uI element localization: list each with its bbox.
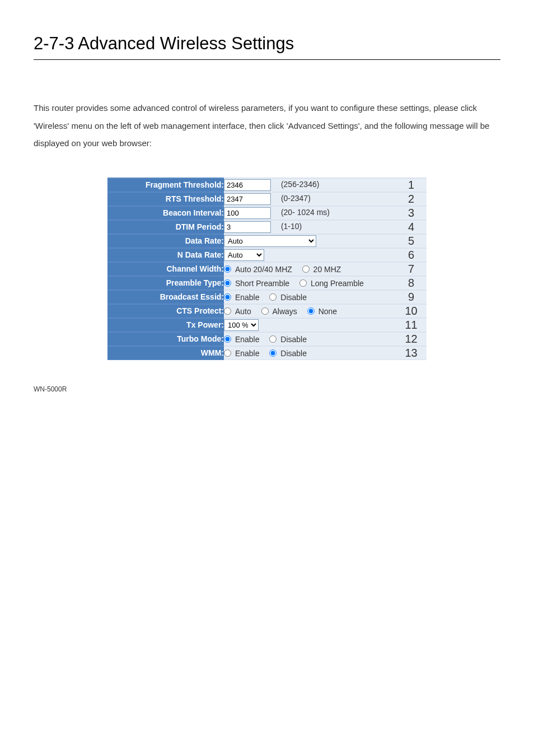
wmm-enable-radio[interactable]	[224, 349, 231, 357]
broadcast-essid-enable-label: Enable	[235, 293, 260, 302]
beacon-interval-input[interactable]	[224, 207, 271, 219]
annotation-number: 6	[396, 248, 427, 262]
annotation-number: 13	[396, 346, 427, 360]
annotation-number: 1	[396, 178, 427, 192]
annotation-number: 11	[396, 318, 427, 332]
cts-none-label: None	[318, 307, 337, 316]
label-data-rate: Data Rate:	[107, 234, 224, 248]
label-cts-protect: CTS Protect:	[107, 304, 224, 318]
broadcast-essid-enable-radio[interactable]	[224, 293, 231, 301]
label-dtim-period: DTIM Period:	[107, 220, 224, 234]
annotation-number: 4	[396, 220, 427, 234]
dtim-period-hint: (1-10)	[281, 222, 302, 231]
turbo-disable-radio[interactable]	[269, 335, 277, 343]
preamble-long-radio[interactable]	[299, 279, 307, 287]
row-n-data-rate: N Data Rate: Auto 6	[107, 248, 427, 262]
row-broadcast-essid: Broadcast Essid: Enable Disable 9	[107, 290, 427, 304]
wmm-disable-radio[interactable]	[269, 349, 277, 357]
label-preamble-type: Preamble Type:	[107, 276, 224, 290]
row-wmm: WMM: Enable Disable 13	[107, 346, 427, 360]
label-turbo-mode: Turbo Mode:	[107, 332, 224, 346]
row-cts-protect: CTS Protect: Auto Always None 10	[107, 304, 427, 318]
rts-threshold-input[interactable]	[224, 193, 271, 205]
fragment-threshold-hint: (256-2346)	[281, 180, 320, 189]
label-beacon-interval: Beacon Interval:	[107, 206, 224, 220]
annotation-number: 7	[396, 262, 427, 276]
channel-width-20-radio[interactable]	[302, 265, 310, 273]
row-channel-width: Channel Width: Auto 20/40 MHZ 20 MHZ 7	[107, 262, 427, 276]
cts-always-radio[interactable]	[261, 307, 269, 315]
fragment-threshold-input[interactable]	[224, 179, 271, 191]
annotation-number: 2	[396, 192, 427, 206]
rts-threshold-hint: (0-2347)	[281, 194, 311, 203]
annotation-number: 5	[396, 234, 427, 248]
broadcast-essid-disable-label: Disable	[280, 293, 307, 302]
row-tx-power: Tx Power: 100 % 11	[107, 318, 427, 332]
annotation-number: 9	[396, 290, 427, 304]
preamble-long-label: Long Preamble	[311, 279, 364, 288]
row-fragment-threshold: Fragment Threshold: (256-2346) 1	[107, 178, 427, 192]
label-wmm: WMM:	[107, 346, 224, 360]
label-fragment-threshold: Fragment Threshold:	[107, 178, 224, 192]
n-data-rate-select[interactable]: Auto	[224, 249, 264, 261]
label-channel-width: Channel Width:	[107, 262, 224, 276]
annotation-number: 12	[396, 332, 427, 346]
row-turbo-mode: Turbo Mode: Enable Disable 12	[107, 332, 427, 346]
row-data-rate: Data Rate: Auto 5	[107, 234, 427, 248]
cts-none-radio[interactable]	[307, 307, 315, 315]
row-beacon-interval: Beacon Interval: (20- 1024 ms) 3	[107, 206, 427, 220]
turbo-enable-radio[interactable]	[224, 335, 231, 343]
annotation-number: 10	[396, 304, 427, 318]
label-rts-threshold: RTS Threshold:	[107, 192, 224, 206]
data-rate-select[interactable]: Auto	[224, 235, 316, 247]
wmm-disable-label: Disable	[280, 349, 307, 358]
label-n-data-rate: N Data Rate:	[107, 248, 224, 262]
cts-always-label: Always	[272, 307, 297, 316]
section-title: 2-7-3 Advanced Wireless Settings	[34, 34, 500, 54]
cts-auto-radio[interactable]	[224, 307, 231, 315]
intro-text: This router provides some advanced contr…	[34, 99, 500, 152]
footer-model: WN-5000R	[34, 385, 500, 393]
label-tx-power: Tx Power:	[107, 318, 224, 332]
preamble-short-radio[interactable]	[224, 279, 231, 287]
channel-width-auto-label: Auto 20/40 MHZ	[235, 265, 292, 274]
annotation-number: 3	[396, 206, 427, 220]
turbo-enable-label: Enable	[235, 335, 260, 344]
turbo-disable-label: Disable	[280, 335, 307, 344]
row-preamble-type: Preamble Type: Short Preamble Long Pream…	[107, 276, 427, 290]
tx-power-select[interactable]: 100 %	[224, 319, 259, 331]
divider	[34, 59, 500, 60]
broadcast-essid-disable-radio[interactable]	[269, 293, 277, 301]
preamble-short-label: Short Preamble	[235, 279, 289, 288]
cts-auto-label: Auto	[235, 307, 251, 316]
channel-width-20-label: 20 MHZ	[313, 265, 341, 274]
beacon-interval-hint: (20- 1024 ms)	[281, 208, 330, 217]
annotation-number: 8	[396, 276, 427, 290]
wmm-enable-label: Enable	[235, 349, 260, 358]
row-dtim-period: DTIM Period: (1-10) 4	[107, 220, 427, 234]
channel-width-auto-radio[interactable]	[224, 265, 231, 273]
dtim-period-input[interactable]	[224, 221, 271, 233]
row-rts-threshold: RTS Threshold: (0-2347) 2	[107, 192, 427, 206]
label-broadcast-essid: Broadcast Essid:	[107, 290, 224, 304]
settings-table: Fragment Threshold: (256-2346) 1 RTS Thr…	[107, 178, 427, 360]
